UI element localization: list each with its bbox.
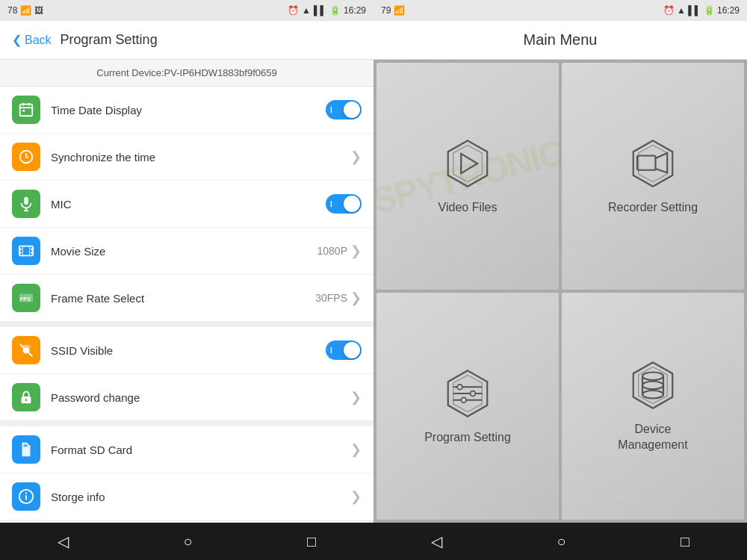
settings-scroll[interactable]: Time Date Display I Synchronize the time…	[0, 87, 374, 523]
program-setting-icon-wrap	[441, 367, 494, 420]
right-wifi-icon: ▲	[677, 5, 686, 16]
storage-label: Storge info	[51, 491, 350, 503]
left-panel: 78 📶 🖼 ⏰ ▲ ▌▌ 🔋 16:29 ❮ Back Program Set…	[0, 0, 374, 560]
video-files-icon-wrap	[441, 137, 494, 190]
back-label: Back	[25, 34, 52, 47]
time-display: 16:29	[344, 5, 366, 16]
svg-marker-32	[461, 153, 477, 172]
sync-time-icon-bg	[12, 143, 40, 171]
svg-rect-8	[24, 197, 28, 205]
menu-tile-device-management[interactable]: Device Management	[562, 293, 744, 520]
right-recent-nav-button[interactable]: □	[666, 527, 704, 556]
svg-rect-15	[31, 252, 33, 254]
menu-tile-recorder-setting[interactable]: Recorder Setting	[562, 63, 744, 290]
storage-chevron-icon: ❯	[350, 488, 362, 505]
frame-rate-label: Frame Rate Select	[51, 292, 315, 305]
right-status-number: 79	[381, 5, 391, 16]
setting-frame-rate[interactable]: FPS Frame Rate Select 30FPS ❯	[0, 275, 374, 321]
svg-marker-44	[633, 363, 673, 408]
right-time-display: 16:29	[717, 5, 740, 16]
svg-point-41	[457, 384, 462, 389]
back-button[interactable]: ❮ Back	[12, 33, 52, 47]
recorder-setting-hex-icon	[627, 137, 679, 190]
right-sim-icon: 📶	[394, 5, 405, 16]
program-setting-hex-icon	[441, 367, 494, 420]
wifi-slash-icon	[18, 342, 34, 358]
left-nav-bar: ◁ ○ □	[0, 523, 374, 560]
wifi-icon: ▲	[302, 5, 311, 16]
right-status-bar: 79 📶 ⏰ ▲ ▌▌ 🔋 16:29	[374, 0, 747, 21]
recorder-setting-label: Recorder Setting	[608, 200, 698, 216]
svg-point-46	[642, 373, 663, 381]
frame-rate-icon-bg: FPS	[12, 284, 40, 312]
ssid-label: SSID Visible	[51, 344, 326, 357]
svg-line-7	[26, 157, 28, 158]
main-menu-title-text: Main Menu	[524, 31, 598, 49]
back-nav-button[interactable]: ◁	[43, 526, 84, 556]
video-files-label: Video Files	[438, 200, 498, 216]
password-label: Password change	[51, 391, 350, 404]
time-date-label: Time Date Display	[51, 104, 326, 116]
calendar-icon	[18, 102, 34, 118]
ssid-icon-bg	[12, 336, 40, 364]
home-nav-button[interactable]: ○	[168, 527, 207, 556]
svg-marker-34	[639, 145, 668, 181]
device-management-label: Device Management	[618, 422, 687, 453]
menu-tile-video-files[interactable]: SPYTRONIC Video Files	[376, 63, 559, 290]
time-date-icon-bg	[12, 96, 40, 124]
alarm-icon: ⏰	[288, 5, 299, 16]
ssid-toggle[interactable]: I	[326, 340, 362, 360]
settings-section-2: SSID Visible I Password change ❯	[0, 327, 374, 420]
setting-storage[interactable]: Storge info ❯	[0, 473, 374, 520]
right-home-nav-button[interactable]: ○	[542, 527, 580, 556]
lock-icon	[18, 389, 34, 405]
sync-time-label: Synchronize the time	[51, 151, 350, 164]
film-icon	[18, 243, 34, 259]
right-signal-icon: ▌▌	[688, 5, 701, 16]
svg-point-43	[461, 397, 466, 402]
setting-sync-time[interactable]: Synchronize the time ❯	[0, 134, 374, 181]
time-date-toggle[interactable]: I	[326, 100, 362, 119]
setting-movie-size[interactable]: Movie Size 1080P ❯	[0, 228, 374, 275]
frame-rate-value: 30FPS	[315, 292, 347, 304]
right-panel: 79 📶 ⏰ ▲ ▌▌ 🔋 16:29 Main Menu SPYTRONIC	[374, 0, 747, 560]
sync-time-chevron-icon: ❯	[350, 149, 362, 165]
setting-mic[interactable]: MIC I	[0, 181, 374, 228]
device-management-icon-wrap	[627, 359, 679, 411]
sd-card-icon	[18, 441, 34, 458]
setting-password[interactable]: Password change ❯	[0, 374, 374, 420]
recorder-setting-icon-wrap	[627, 137, 679, 190]
app-bar: ❮ Back Program Setting	[0, 21, 374, 60]
setting-time-date[interactable]: Time Date Display I	[0, 87, 374, 134]
svg-point-42	[471, 391, 476, 396]
svg-marker-30	[448, 140, 488, 186]
mic-toggle[interactable]: I	[326, 194, 362, 214]
app-title: Program Setting	[61, 32, 158, 48]
svg-rect-0	[20, 105, 33, 116]
setting-format-sd[interactable]: Format SD Card ❯	[0, 426, 374, 473]
format-sd-label: Format SD Card	[51, 444, 350, 456]
svg-rect-13	[19, 252, 22, 254]
right-battery-icon: 🔋	[704, 5, 715, 16]
toggle-knob	[344, 102, 360, 118]
main-menu-title: Main Menu	[374, 21, 747, 60]
signal-icon: ▌▌	[314, 5, 326, 16]
device-info: Current Device:PV-IP6HDW1883bf9f0659	[0, 60, 374, 87]
movie-size-value: 1080P	[317, 245, 347, 257]
video-files-hex-icon	[441, 137, 494, 190]
svg-point-49	[642, 382, 663, 390]
right-alarm-icon: ⏰	[663, 5, 675, 16]
clock-icon	[18, 149, 34, 165]
svg-point-29	[25, 492, 27, 494]
menu-tile-program-setting[interactable]: Program Setting	[376, 293, 559, 520]
left-status-bar: 78 📶 🖼 ⏰ ▲ ▌▌ 🔋 16:29	[0, 0, 374, 21]
right-back-nav-button[interactable]: ◁	[416, 526, 457, 556]
toggle-knob-ssid	[344, 342, 360, 358]
svg-rect-12	[19, 248, 22, 250]
password-icon-bg	[12, 383, 40, 411]
svg-text:FPS: FPS	[20, 296, 31, 302]
setting-ssid[interactable]: SSID Visible I	[0, 327, 374, 374]
fps-icon: FPS	[18, 290, 34, 306]
recent-nav-button[interactable]: □	[292, 527, 331, 556]
info-icon	[18, 488, 34, 505]
